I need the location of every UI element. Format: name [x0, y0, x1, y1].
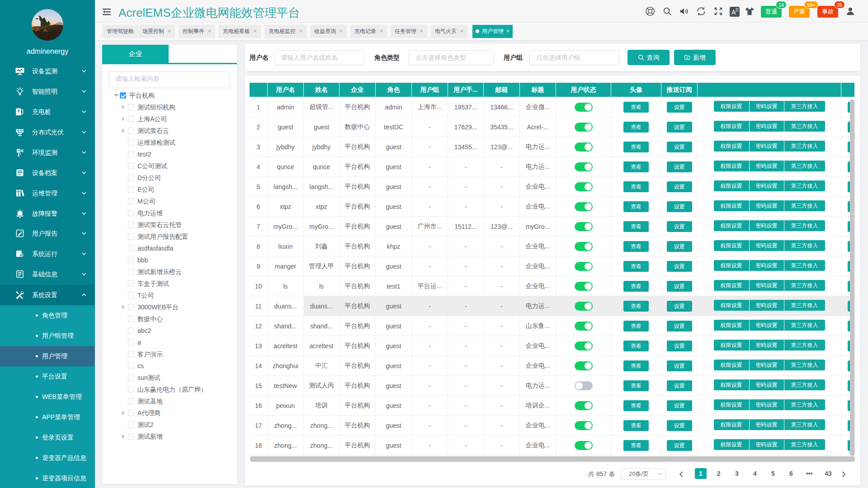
- svg-text:文: 文: [735, 8, 739, 12]
